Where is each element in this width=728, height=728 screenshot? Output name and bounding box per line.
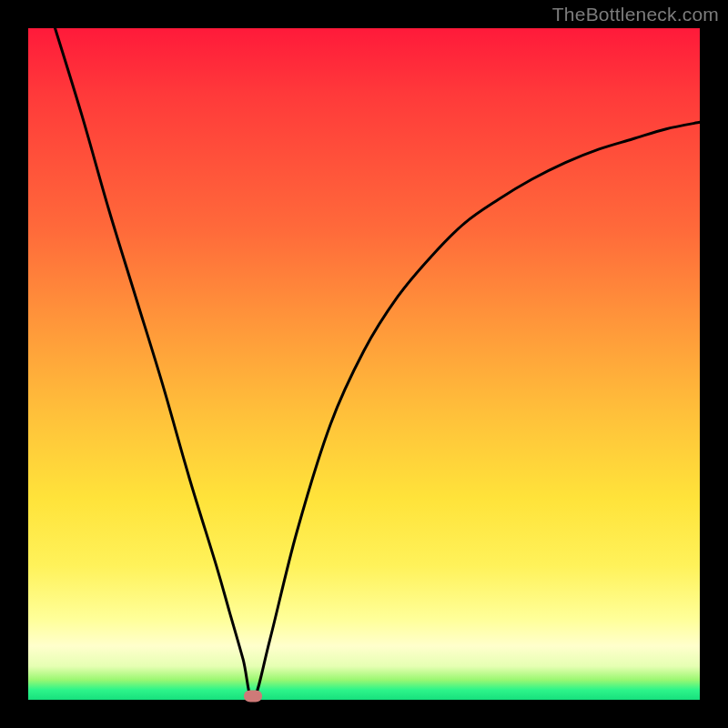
optimum-marker — [244, 691, 262, 703]
watermark-text: TheBottleneck.com — [552, 4, 719, 25]
bottleneck-curve — [28, 28, 700, 700]
plot-area — [28, 28, 700, 700]
chart-frame: TheBottleneck.com — [0, 0, 728, 728]
